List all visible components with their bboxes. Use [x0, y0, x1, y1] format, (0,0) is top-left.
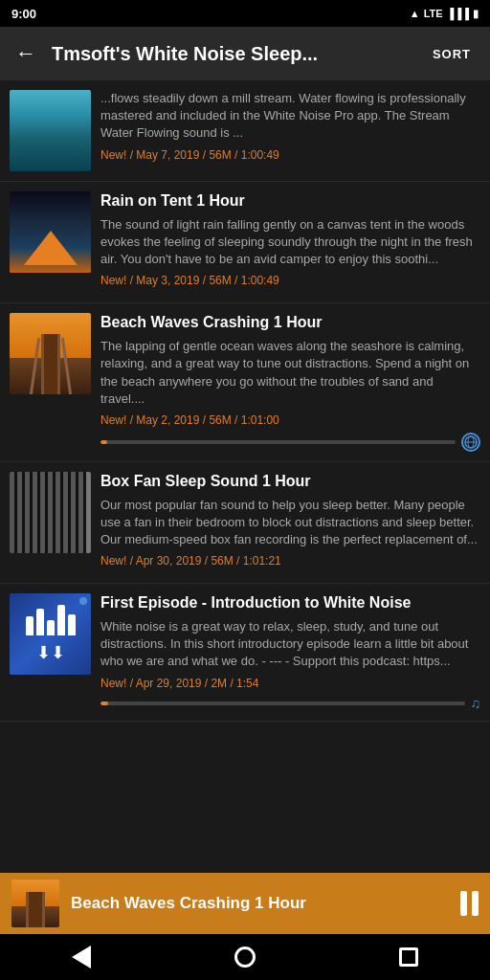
progress-bar: [100, 702, 465, 705]
list-item[interactable]: Beach Waves Crashing 1 Hour The lapping …: [0, 303, 490, 462]
fan-line: [48, 472, 53, 553]
now-playing-bar[interactable]: Beach Waves Crashing 1 Hour: [0, 873, 490, 934]
home-circle-icon: [234, 947, 256, 968]
status-bar: 9:00 ▲ LTE ▐▐▐ ▮: [0, 0, 490, 27]
item-meta: New! / Apr 29, 2019 / 2M / 1:54: [100, 677, 480, 690]
fan-line: [71, 472, 76, 553]
wn-bar: [57, 605, 65, 635]
item-content: ...flows steadily down a mill stream. Wa…: [100, 90, 480, 167]
bottom-navigation: [0, 934, 490, 980]
fan-line: [10, 472, 14, 553]
fan-line: [86, 472, 91, 553]
item-thumbnail: [10, 191, 91, 273]
now-playing-title: Beach Waves Crashing 1 Hour: [71, 894, 449, 913]
fan-line: [63, 472, 68, 553]
list-item[interactable]: ⬇⬇ First Episode - Introduction to White…: [0, 584, 490, 721]
item-thumbnail: ⬇⬇: [10, 593, 91, 675]
pier-walkway: [41, 334, 60, 395]
recents-square-icon: [399, 947, 418, 967]
wn-bar: [26, 616, 33, 635]
item-meta: New! / May 2, 2019 / 56M / 1:01:00: [100, 413, 480, 427]
item-title: Rain on Tent 1 Hour: [100, 191, 480, 212]
lte-label: LTE: [424, 8, 443, 19]
status-time: 9:00: [11, 7, 36, 21]
bottom-spacer: [0, 722, 490, 829]
fan-line: [78, 472, 83, 553]
download-arrows-icon: ⬇⬇: [36, 642, 65, 663]
music-note-icon: ♫: [471, 696, 481, 711]
pause-bar-right: [472, 891, 479, 916]
item-content: First Episode - Introduction to White No…: [100, 593, 480, 710]
whitenoise-icon: ⬇⬇: [26, 605, 76, 663]
waterfall-thumb: [10, 90, 91, 171]
item-description: ...flows steadily down a mill stream. Wa…: [100, 90, 480, 143]
item-meta: New! / May 3, 2019 / 56M / 1:00:49: [100, 274, 480, 287]
progress-fill: [100, 702, 108, 705]
progress-row: ♫: [100, 696, 480, 711]
podcast-list: ...flows steadily down a mill stream. Wa…: [0, 80, 490, 722]
fan-line: [33, 472, 37, 553]
back-button[interactable]: ←: [11, 37, 40, 70]
list-item[interactable]: Box Fan Sleep Sound 1 Hour Our most popu…: [0, 462, 490, 584]
list-item[interactable]: Rain on Tent 1 Hour The sound of light r…: [0, 182, 490, 303]
fan-lines: [10, 472, 91, 553]
battery-icon: ▮: [473, 8, 479, 20]
status-icons: ▲ LTE ▐▐▐ ▮: [410, 8, 479, 20]
pause-button[interactable]: [460, 891, 479, 916]
tent-icon: [24, 231, 78, 265]
fan-line: [25, 472, 30, 553]
rain-thumb: [10, 191, 91, 273]
signal-icon: ▐▐▐: [447, 8, 469, 19]
progress-fill: [100, 440, 107, 444]
wn-bar: [36, 609, 44, 635]
item-thumbnail: [10, 472, 91, 553]
globe-icon: [461, 433, 480, 452]
progress-bar: [100, 440, 456, 444]
beach-thumb: [10, 313, 91, 394]
fan-line: [40, 472, 45, 553]
wn-bars: [26, 605, 76, 635]
app-header: ← Tmsoft's White Noise Sleep... SORT: [0, 27, 490, 80]
nav-back-button[interactable]: [62, 938, 100, 976]
item-thumbnail: [10, 313, 91, 394]
item-description: The sound of light rain falling gently o…: [100, 216, 480, 269]
item-thumbnail: [10, 90, 91, 171]
item-title: Beach Waves Crashing 1 Hour: [100, 313, 480, 333]
wn-bar: [68, 614, 76, 635]
progress-row: [100, 433, 480, 452]
nav-recents-button[interactable]: [390, 938, 428, 976]
back-triangle-icon: [72, 946, 91, 969]
fan-thumb: [10, 472, 91, 553]
item-meta: New! / Apr 30, 2019 / 56M / 1:01:21: [100, 554, 480, 568]
pause-bar-left: [460, 891, 467, 916]
list-item[interactable]: ...flows steadily down a mill stream. Wa…: [0, 80, 490, 182]
now-playing-thumb-image: [11, 880, 59, 927]
item-content: Beach Waves Crashing 1 Hour The lapping …: [100, 313, 480, 452]
item-meta: New! / May 7, 2019 / 56M / 1:00:49: [100, 148, 480, 162]
wifi-icon: ▲: [410, 8, 420, 19]
item-description: The lapping of gentle ocean waves along …: [100, 338, 480, 408]
item-title: First Episode - Introduction to White No…: [100, 593, 480, 613]
item-title: Box Fan Sleep Sound 1 Hour: [100, 472, 480, 492]
pier-walkway-mini: [26, 892, 45, 928]
item-content: Rain on Tent 1 Hour The sound of light r…: [100, 191, 480, 293]
now-playing-thumbnail: [11, 880, 59, 927]
nav-home-button[interactable]: [226, 938, 264, 976]
fan-line: [17, 472, 22, 553]
item-description: Our most popular fan sound to help you s…: [100, 497, 480, 549]
sort-button[interactable]: SORT: [425, 43, 479, 65]
fan-line: [56, 472, 60, 553]
item-description: White noise is a great way to relax, sle…: [100, 618, 480, 671]
wn-bar: [47, 620, 55, 635]
item-content: Box Fan Sleep Sound 1 Hour Our most popu…: [100, 472, 480, 573]
whitenoise-thumb: ⬇⬇: [10, 593, 91, 675]
page-title: Tmsoft's White Noise Sleep...: [52, 43, 413, 65]
